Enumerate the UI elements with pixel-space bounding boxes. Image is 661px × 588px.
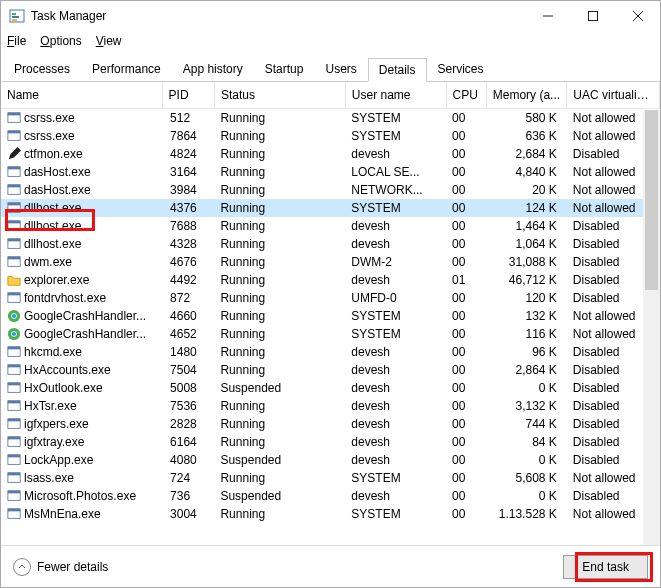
svg-rect-37 (8, 383, 20, 386)
table-row[interactable]: Microsoft.Photos.exe736Suspendeddevesh00… (1, 487, 660, 505)
process-icon (7, 183, 21, 197)
table-row[interactable]: explorer.exe4492Runningdevesh0146,712 KD… (1, 271, 660, 289)
col-cpu[interactable]: CPU (446, 82, 486, 109)
svg-rect-49 (8, 491, 20, 494)
tab-performance[interactable]: Performance (81, 57, 172, 81)
table-row[interactable]: igfxpers.exe2828Runningdevesh00744 KDisa… (1, 415, 660, 433)
table-row[interactable]: hkcmd.exe1480Runningdevesh0096 KDisabled (1, 343, 660, 361)
process-status: Running (214, 433, 345, 451)
process-status: Running (214, 217, 345, 235)
maximize-button[interactable] (570, 1, 615, 31)
table-row[interactable]: GoogleCrashHandler...4660RunningSYSTEM00… (1, 307, 660, 325)
process-name: dllhost.exe (24, 219, 81, 233)
col-user[interactable]: User name (345, 82, 446, 109)
process-user: DWM-2 (345, 253, 446, 271)
svg-point-28 (12, 314, 16, 318)
process-pid: 7688 (162, 217, 214, 235)
tab-app-history[interactable]: App history (172, 57, 254, 81)
process-memory: 96 K (486, 343, 567, 361)
process-icon (7, 291, 21, 305)
process-user: SYSTEM (345, 307, 446, 325)
minimize-button[interactable] (525, 1, 570, 31)
process-icon (7, 273, 21, 287)
process-name: dllhost.exe (24, 201, 81, 215)
table-row[interactable]: ctfmon.exe4824Runningdevesh002,684 KDisa… (1, 145, 660, 163)
process-status: Running (214, 181, 345, 199)
col-mem[interactable]: Memory (a... (486, 82, 567, 109)
process-name: HxTsr.exe (24, 399, 77, 413)
process-name: HxOutlook.exe (24, 381, 103, 395)
close-button[interactable] (615, 1, 660, 31)
process-name: Microsoft.Photos.exe (24, 489, 136, 503)
table-row[interactable]: igfxtray.exe6164Runningdevesh0084 KDisab… (1, 433, 660, 451)
table-row[interactable]: dasHost.exe3164RunningLOCAL SE...004,840… (1, 163, 660, 181)
tab-startup[interactable]: Startup (254, 57, 315, 81)
table-row[interactable]: LockApp.exe4080Suspendeddevesh000 KDisab… (1, 451, 660, 469)
process-user: devesh (345, 487, 446, 505)
col-uac[interactable]: UAC virtualizat... (567, 82, 660, 109)
table-row[interactable]: dllhost.exe4328Runningdevesh001,064 KDis… (1, 235, 660, 253)
process-memory: 636 K (486, 127, 567, 145)
table-row[interactable]: GoogleCrashHandler...4652RunningSYSTEM00… (1, 325, 660, 343)
process-pid: 7504 (162, 361, 214, 379)
svg-rect-19 (8, 221, 20, 224)
process-icon (7, 129, 21, 143)
col-status[interactable]: Status (214, 82, 345, 109)
svg-rect-51 (8, 509, 20, 512)
col-pid[interactable]: PID (162, 82, 214, 109)
table-row[interactable]: HxOutlook.exe5008Suspendeddevesh000 KDis… (1, 379, 660, 397)
tab-processes[interactable]: Processes (3, 57, 81, 81)
process-status: Suspended (214, 487, 345, 505)
app-icon (9, 8, 25, 24)
table-row[interactable]: fontdrvhost.exe872RunningUMFD-000120 KDi… (1, 289, 660, 307)
process-name: dwm.exe (24, 255, 72, 269)
process-pid: 736 (162, 487, 214, 505)
menu-view[interactable]: View (96, 34, 122, 48)
table-row[interactable]: HxAccounts.exe7504Runningdevesh002,864 K… (1, 361, 660, 379)
table-row[interactable]: dllhost.exe4376RunningSYSTEM00124 KNot a… (1, 199, 660, 217)
process-pid: 3164 (162, 163, 214, 181)
process-memory: 580 K (486, 109, 567, 128)
fewer-details-button[interactable]: Fewer details (13, 558, 108, 576)
tab-details[interactable]: Details (368, 58, 427, 82)
process-status: Running (214, 235, 345, 253)
table-row[interactable]: HxTsr.exe7536Runningdevesh003,132 KDisab… (1, 397, 660, 415)
table-row[interactable]: csrss.exe512RunningSYSTEM00580 KNot allo… (1, 109, 660, 128)
process-user: SYSTEM (345, 325, 446, 343)
process-cpu: 01 (446, 271, 486, 289)
col-name[interactable]: Name (1, 82, 162, 109)
process-pid: 872 (162, 289, 214, 307)
table-row[interactable]: MsMnEna.exe3004RunningSYSTEM001.13.528 K… (1, 505, 660, 523)
svg-rect-9 (8, 113, 20, 116)
process-memory: 5,608 K (486, 469, 567, 487)
scrollbar[interactable] (643, 110, 660, 545)
process-user: devesh (345, 217, 446, 235)
table-row[interactable]: csrss.exe7864RunningSYSTEM00636 KNot all… (1, 127, 660, 145)
table-row[interactable]: dwm.exe4676RunningDWM-20031,088 KDisable… (1, 253, 660, 271)
process-status: Running (214, 505, 345, 523)
process-name: igfxtray.exe (24, 435, 84, 449)
process-status: Running (214, 325, 345, 343)
menubar: File Options View (1, 31, 660, 51)
tab-services[interactable]: Services (427, 57, 495, 81)
table-row[interactable]: dllhost.exe7688Runningdevesh001,464 KDis… (1, 217, 660, 235)
process-icon (7, 399, 21, 413)
menu-file[interactable]: File (7, 34, 26, 48)
process-memory: 120 K (486, 289, 567, 307)
svg-rect-21 (8, 239, 20, 242)
table-row[interactable]: dasHost.exe3984RunningNETWORK...0020 KNo… (1, 181, 660, 199)
end-task-button[interactable]: End task (563, 555, 648, 579)
process-cpu: 00 (446, 127, 486, 145)
table-row[interactable]: lsass.exe724RunningSYSTEM005,608 KNot al… (1, 469, 660, 487)
process-user: devesh (345, 379, 446, 397)
process-memory: 2,684 K (486, 145, 567, 163)
svg-rect-41 (8, 419, 20, 422)
scrollbar-thumb[interactable] (645, 110, 658, 290)
menu-options[interactable]: Options (40, 34, 81, 48)
tab-users[interactable]: Users (314, 57, 367, 81)
process-pid: 6164 (162, 433, 214, 451)
process-name: HxAccounts.exe (24, 363, 111, 377)
process-name: dasHost.exe (24, 183, 91, 197)
process-memory: 2,864 K (486, 361, 567, 379)
process-user: devesh (345, 433, 446, 451)
